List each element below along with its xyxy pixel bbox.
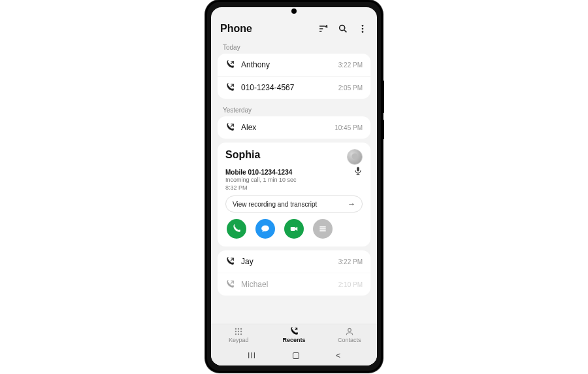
tab-keypad[interactable]: Keypad — [211, 327, 267, 343]
call-log-scroll[interactable]: Today Anthony 3:22 PM 010-1234-4567 2:05… — [211, 40, 377, 324]
page-title: Phone — [220, 23, 318, 35]
filter-icon[interactable] — [318, 24, 329, 34]
front-camera — [291, 8, 297, 14]
section-card-yesterday: Alex 10:45 PM — [218, 116, 370, 139]
svg-point-9 — [235, 331, 237, 332]
tab-label: Contacts — [338, 337, 361, 343]
side-button-volume — [382, 80, 384, 113]
call-row[interactable]: 010-1234-4567 2:05 PM — [218, 76, 370, 99]
view-transcript-button[interactable]: View recording and transcript → — [225, 196, 363, 212]
avatar[interactable] — [347, 149, 363, 165]
svg-point-15 — [348, 328, 351, 332]
call-row[interactable]: Jay 3:22 PM — [218, 250, 370, 273]
svg-point-1 — [362, 25, 364, 27]
call-row[interactable]: Alex 10:45 PM — [218, 116, 370, 139]
section-card-today: Anthony 3:22 PM 010-1234-4567 2:05 PM — [218, 54, 370, 99]
svg-point-10 — [238, 331, 239, 332]
svg-point-11 — [240, 331, 242, 332]
tab-label: Recents — [283, 337, 306, 343]
call-time: 3:22 PM — [338, 61, 363, 69]
search-icon[interactable] — [338, 24, 348, 34]
call-row[interactable]: Anthony 3:22 PM — [218, 54, 370, 76]
view-transcript-label: View recording and transcript — [233, 201, 348, 208]
call-time: 10:45 PM — [335, 124, 363, 131]
detail-number-label: Mobile 010-1234-1234 — [225, 169, 348, 176]
call-detail-card: Sophia Mobile 010-1234-1234 Incoming cal… — [218, 143, 370, 246]
svg-point-7 — [238, 328, 239, 330]
svg-point-13 — [238, 333, 239, 335]
appbar: Phone — [211, 19, 377, 40]
call-time: 2:05 PM — [338, 84, 363, 92]
outgoing-call-icon — [225, 60, 235, 69]
call-name: Anthony — [241, 60, 332, 69]
video-call-button[interactable] — [284, 219, 304, 239]
call-time: 3:22 PM — [338, 258, 363, 265]
microphone-icon — [353, 166, 363, 175]
call-name: 010-1234-4567 — [241, 83, 332, 92]
call-actions — [225, 219, 363, 239]
call-name: Michael — [241, 280, 332, 289]
outgoing-call-icon — [225, 83, 235, 92]
device-frame: Phone Today Anthony — [205, 0, 383, 373]
call-button[interactable] — [227, 219, 246, 239]
svg-point-0 — [340, 26, 345, 31]
svg-rect-4 — [357, 167, 359, 171]
tab-contacts[interactable]: Contacts — [321, 327, 377, 343]
outgoing-call-icon — [225, 123, 235, 132]
call-time: 2:10 PM — [338, 281, 363, 288]
svg-point-12 — [235, 333, 237, 335]
appbar-actions — [318, 24, 368, 34]
call-name: Alex — [241, 123, 328, 132]
system-nav-bar: III < — [211, 346, 377, 366]
svg-point-2 — [362, 28, 364, 30]
arrow-right-icon: → — [348, 199, 355, 209]
detail-contact-name: Sophia — [225, 149, 342, 161]
section-card-after: Jay 3:22 PM Michael 2:10 PM — [218, 250, 370, 296]
call-name: Jay — [241, 257, 332, 266]
svg-point-6 — [235, 328, 237, 330]
details-button[interactable] — [313, 219, 333, 239]
svg-point-3 — [362, 31, 364, 33]
call-row[interactable]: Michael 2:10 PM — [218, 273, 370, 296]
detail-call-meta: Incoming call, 1 min 10 sec — [225, 176, 348, 184]
more-icon[interactable] — [357, 24, 368, 34]
detail-call-when: 8:32 PM — [225, 184, 348, 192]
tab-label: Keypad — [229, 337, 249, 343]
outgoing-call-icon — [225, 257, 235, 266]
screen: Phone Today Anthony — [211, 7, 377, 366]
message-button[interactable] — [255, 219, 275, 239]
outgoing-call-icon — [225, 280, 235, 289]
side-button-power — [382, 120, 384, 139]
svg-point-14 — [240, 333, 242, 335]
back-button[interactable]: < — [336, 351, 340, 360]
svg-point-8 — [240, 328, 242, 330]
tab-recents[interactable]: Recents — [267, 327, 322, 343]
recent-apps-button[interactable]: III — [248, 351, 256, 360]
section-label: Yesterday — [211, 103, 377, 116]
section-label: Today — [211, 40, 377, 54]
bottom-tab-bar: Keypad Recents Contacts — [211, 324, 377, 346]
svg-rect-5 — [291, 227, 295, 231]
home-button[interactable] — [293, 352, 299, 359]
